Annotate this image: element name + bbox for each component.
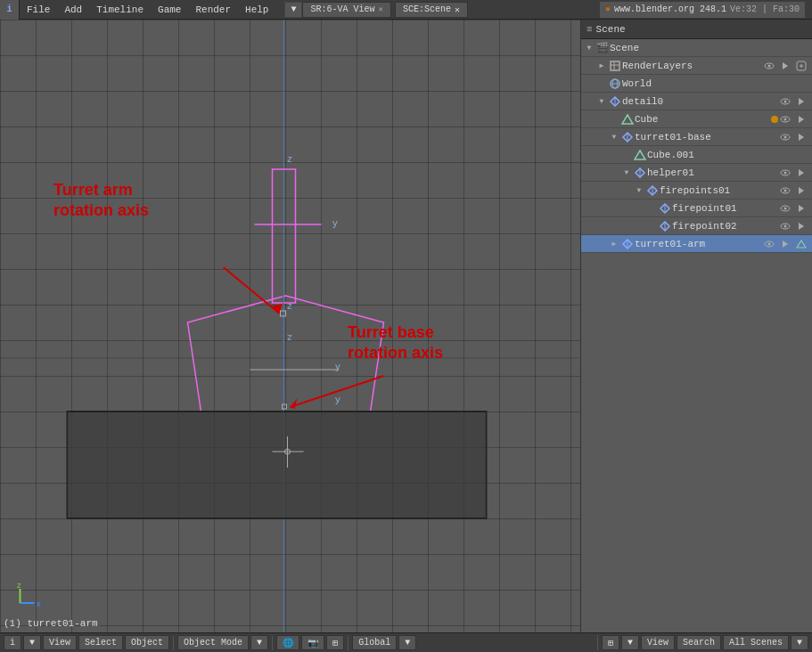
tree-arrow-turret01-base[interactable]: ▼	[608, 131, 620, 143]
outliner-item-world[interactable]: World	[581, 75, 812, 93]
visibility-btn-firepoint01[interactable]	[778, 201, 792, 216]
sep2	[272, 636, 273, 650]
bottom-object-btn[interactable]: Object	[125, 635, 169, 650]
outliner-content[interactable]: ▼🎬Scene▶RenderLayersWorld▼detail0Cube▼tu…	[581, 39, 812, 632]
tree-arrow-turret01-arm[interactable]: ▶	[608, 238, 620, 250]
bottom-right-arrow[interactable]: ▼	[621, 635, 639, 650]
select-btn-firepoint01[interactable]	[794, 201, 808, 216]
svg-marker-54	[635, 151, 645, 159]
bottom-global-btn[interactable]: Global	[352, 635, 397, 650]
outliner-item-cube[interactable]: Cube	[581, 110, 812, 128]
outliner-item-detail0[interactable]: ▼detail0	[581, 93, 812, 110]
viewport[interactable]: z y z z y y	[0, 20, 580, 632]
bottom-bar-right: ⊞ ▼ View Search All Scenes ▼	[597, 635, 812, 650]
bottom-objmode-arrow[interactable]: ▼	[250, 635, 268, 650]
tree-icon-helper01	[633, 166, 647, 180]
outliner-item-scene[interactable]: ▼🎬Scene	[581, 39, 812, 57]
scene-tab-close[interactable]: ✕	[455, 4, 460, 15]
viewport-tab-dropdown[interactable]: ▼	[284, 2, 302, 18]
bottom-grid-btn[interactable]: ⊞	[326, 635, 344, 650]
select-btn-helper01[interactable]	[794, 166, 808, 180]
select-btn-renderlayers[interactable]	[778, 59, 792, 73]
bottom-select-btn[interactable]: Select	[78, 635, 123, 650]
svg-marker-48	[799, 116, 804, 123]
blender-icon[interactable]: i	[0, 0, 20, 20]
visibility-btn-firepoint02[interactable]	[778, 219, 792, 233]
tri-btn-turret01-arm[interactable]	[794, 237, 808, 251]
bottom-right-scenes-arrow[interactable]: ▼	[791, 635, 808, 650]
bottom-globe-btn[interactable]: 🌐	[276, 635, 299, 650]
svg-point-58	[784, 171, 787, 174]
select-btn-turret01-base[interactable]	[794, 130, 808, 144]
outliner-item-cube001[interactable]: Cube.001	[581, 146, 812, 164]
tree-arrow-firepoint02	[645, 220, 658, 232]
scene-tab[interactable]: SCE:Scene ✕	[395, 2, 468, 18]
outliner-item-renderlayers[interactable]: ▶RenderLayers	[581, 57, 812, 75]
bottom-arrow-btn[interactable]: ▼	[23, 635, 41, 650]
menu-file[interactable]: File	[20, 0, 57, 20]
menu-add[interactable]: Add	[57, 0, 89, 20]
outliner-item-helper01[interactable]: ▼helper01	[581, 164, 812, 182]
visibility-btn-cube[interactable]	[778, 112, 792, 126]
svg-marker-33	[783, 62, 788, 69]
tree-icon-firepoint02	[658, 219, 672, 233]
bottom-bar-left: i ▼ View Select Object Object Mode ▼ 🌐 📷…	[0, 635, 597, 650]
visibility-btn-renderlayers[interactable]	[762, 59, 776, 73]
svg-point-32	[768, 64, 771, 67]
tree-label-world: World	[622, 78, 808, 89]
visibility-btn-helper01[interactable]	[778, 166, 792, 180]
menu-render[interactable]: Render	[188, 0, 238, 20]
tree-label-turret01-arm: turret01-arm	[635, 239, 762, 249]
tree-arrow-firepoints01[interactable]: ▼	[633, 184, 645, 197]
tree-icon-cube001	[633, 148, 647, 162]
svg-marker-74	[799, 223, 804, 230]
visibility-btn-detail0[interactable]	[778, 94, 792, 109]
menu-help[interactable]: Help	[238, 0, 275, 20]
visibility-btn-turret01-arm[interactable]	[762, 237, 776, 251]
tab-area: ▼ SR:6-VA View ✕ SCE:Scene ✕	[279, 2, 468, 18]
svg-marker-44	[799, 98, 804, 105]
bottom-right-icon[interactable]: ⊞	[602, 635, 619, 650]
tree-arrow-world	[595, 77, 608, 90]
outliner-item-turret01-base[interactable]: ▼turret01-base	[581, 128, 812, 146]
blender-version: ● www.blender.org 248.1 Ve:32 | Fa:30	[600, 2, 805, 18]
special-btn-renderlayers[interactable]	[794, 59, 808, 73]
tree-arrow-helper01[interactable]: ▼	[620, 167, 633, 179]
sep1	[173, 636, 174, 650]
viewport-tab-close[interactable]: ✕	[378, 4, 382, 14]
svg-rect-28	[611, 61, 619, 70]
bottom-cam-btn[interactable]: 📷	[301, 635, 324, 650]
outliner-item-firepoint01[interactable]: firepoint01	[581, 200, 812, 217]
select-btn-firepoint02[interactable]	[794, 219, 808, 233]
outliner-item-firepoint02[interactable]: firepoint02	[581, 217, 812, 235]
svg-text:y: y	[335, 394, 341, 405]
menu-game[interactable]: Game	[151, 0, 188, 20]
annotation-turret-base: Turret base rotation axis	[348, 322, 443, 364]
tree-label-scene: Scene	[610, 43, 808, 53]
viewport-tab[interactable]: SR:6-VA View ✕	[302, 2, 390, 18]
version-nums: Ve:32 | Fa:30	[730, 2, 800, 18]
select-btn-cube[interactable]	[794, 112, 808, 126]
tree-arrow-renderlayers[interactable]: ▶	[595, 60, 608, 72]
menu-timeline[interactable]: Timeline	[89, 0, 151, 20]
blender-orb-icon: ●	[605, 2, 611, 18]
visibility-btn-turret01-base[interactable]	[778, 130, 792, 144]
svg-line-18	[224, 267, 280, 314]
bottom-view-btn[interactable]: View	[43, 635, 77, 650]
bottom-right-scenes[interactable]: All Scenes	[723, 635, 789, 650]
bottom-icon-btn[interactable]: i	[4, 635, 21, 650]
bottom-objmode-btn[interactable]: Object Mode	[177, 635, 249, 650]
bottom-global-arrow[interactable]: ▼	[398, 635, 416, 650]
svg-point-63	[784, 189, 787, 192]
visibility-btn-firepoints01[interactable]	[778, 183, 792, 198]
bottom-right-view[interactable]: View	[641, 635, 675, 650]
outliner-item-turret01-arm[interactable]: ▶turret01-arm	[581, 235, 812, 253]
select-btn-firepoints01[interactable]	[794, 183, 808, 198]
tree-arrow-detail0[interactable]: ▼	[595, 95, 608, 108]
select-btn-turret01-arm[interactable]	[778, 237, 792, 251]
outliner-item-firepoints01[interactable]: ▼firepoints01	[581, 182, 812, 200]
bottom-right-search[interactable]: Search	[677, 635, 721, 650]
tree-icon-cube	[620, 112, 635, 126]
select-btn-detail0[interactable]	[794, 94, 808, 109]
tree-arrow-scene[interactable]: ▼	[583, 42, 595, 54]
